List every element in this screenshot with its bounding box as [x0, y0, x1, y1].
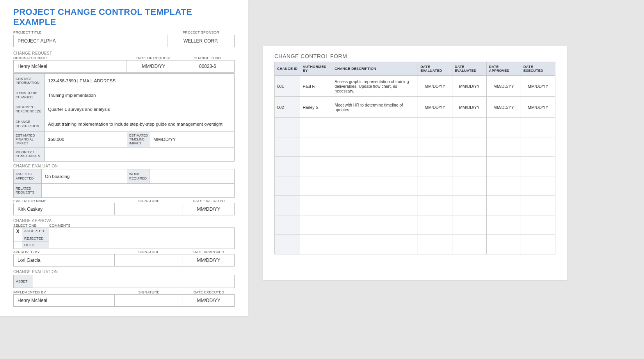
timeline-impact-value: MM/DD/YY [150, 132, 234, 147]
col-authorized-by: AUTHORIZED BY [300, 62, 332, 76]
cell-change-id: 001 [275, 76, 300, 97]
rejected-check[interactable] [14, 235, 22, 242]
cell-change-id [275, 196, 300, 215]
cell-date-evaluated [418, 137, 452, 157]
cell-date-evaluated-2 [452, 118, 487, 137]
label-approved-by: APPROVED BY [13, 250, 115, 254]
approval-options: X ACCEPTED REJECTED HOLD [13, 227, 49, 249]
cell-change-id [275, 137, 300, 157]
label-contact-info: CONTACT INFORMATION [14, 74, 45, 88]
argument-refs-value: Quarter 1 surveys and analysis [45, 102, 234, 116]
cell-date-approved: MM/DD/YY [487, 76, 521, 97]
cell-date-approved: MM/DD/YY [487, 97, 521, 118]
col-change-id: CHANGE ID [275, 62, 300, 76]
label-asset: ASSET [14, 275, 32, 288]
cell-date-evaluated [418, 176, 452, 196]
cell-authorized-by [300, 137, 332, 157]
cell-description [332, 118, 418, 137]
col-date-evaluated: DATE EVALUATED [418, 62, 452, 76]
cell-date-approved [487, 196, 521, 215]
cell-description [332, 176, 418, 196]
label-work-required: WORK REQUIRED [127, 169, 149, 183]
label-date-approved: DATE APPROVED [183, 250, 235, 254]
cell-date-evaluated [418, 235, 452, 254]
label-date-of-request: DATE OF REQUEST [126, 56, 181, 60]
label-related-requests: RELATED REQUESTS [14, 184, 42, 197]
label-signature-3: SIGNATURE [115, 290, 183, 294]
col-date-executed: DATE EXECUTED [521, 62, 555, 76]
cell-date-evaluated: MM/DD/YY [418, 97, 452, 118]
label-implemented-by: IMPLEMENTED BY [13, 290, 115, 294]
label-priority-constraints: PRIORITY / CONSTRAINTS [14, 148, 45, 161]
label-change-id-no: CHANGE ID NO. [181, 56, 235, 60]
cell-change-id: 002 [275, 97, 300, 118]
change-control-table: CHANGE ID AUTHORIZED BY CHANGE DESCRIPTI… [274, 62, 555, 254]
change-id-value: 00023-6 [181, 60, 235, 73]
cell-date-executed [521, 137, 555, 157]
approver-signature-value [115, 254, 183, 267]
cell-authorized-by [300, 176, 332, 196]
label-hold: HOLD [22, 242, 49, 248]
cell-date-evaluated-2 [452, 137, 487, 157]
cell-date-evaluated [418, 215, 452, 235]
hold-check[interactable] [14, 242, 22, 248]
project-sponsor-value: WELLER CORP. [167, 35, 235, 47]
cell-authorized-by [300, 118, 332, 137]
cell-change-id [275, 215, 300, 235]
cell-date-evaluated [418, 118, 452, 137]
cell-date-evaluated: MM/DD/YY [418, 76, 452, 97]
cell-date-evaluated [418, 196, 452, 215]
label-accepted: ACCEPTED [22, 228, 49, 235]
project-title-value: PROJECT ALPHA [13, 35, 167, 47]
section-change-request: CHANGE REQUEST [13, 51, 235, 55]
implemented-by-value: Henry McNeal [13, 294, 115, 307]
label-project-title: PROJECT TITLE [13, 30, 167, 34]
cell-date-evaluated-2: MM/DD/YY [452, 97, 487, 118]
cell-date-approved [487, 137, 521, 157]
cell-change-id [275, 176, 300, 196]
col-change-description: CHANGE DESCRIPTION [332, 62, 418, 76]
implementer-signature-value [115, 294, 183, 307]
change-control-template-page: PROJECT CHANGE CONTROL TEMPLATE EXAMPLE … [0, 0, 248, 316]
table-header-row: CHANGE ID AUTHORIZED BY CHANGE DESCRIPTI… [275, 62, 555, 76]
change-control-form-page: CHANGE CONTROL FORM CHANGE ID AUTHORIZED… [263, 46, 567, 280]
cell-date-evaluated-2: MM/DD/YY [452, 76, 487, 97]
section-change-evaluation: CHANGE EVALUATION [13, 164, 235, 168]
originator-name-value: Henry McNeal [13, 60, 126, 73]
section-change-evaluation-2: CHANGE EVALUATION [13, 270, 235, 274]
cell-description [332, 196, 418, 215]
label-date-executed: DATE EXECUTED [183, 290, 235, 294]
label-rejected: REJECTED [22, 235, 49, 242]
table-row [275, 157, 555, 176]
cell-date-executed [521, 196, 555, 215]
label-signature-1: SIGNATURE [115, 199, 183, 203]
col-date-evaluated-2: DATE EVALUATED [452, 62, 487, 76]
cell-date-approved [487, 235, 521, 254]
cell-date-approved [487, 118, 521, 137]
table-row: 001Paul F.Assess graphic representation … [275, 76, 555, 97]
table-row [275, 176, 555, 196]
evaluator-signature-value [115, 203, 183, 215]
form-title: CHANGE CONTROL FORM [274, 53, 555, 59]
cell-date-executed [521, 176, 555, 196]
cell-authorized-by [300, 196, 332, 215]
comments-value [49, 227, 235, 249]
label-aspects-affected: ASPECTS AFFECTED [14, 169, 42, 183]
cell-date-approved [487, 176, 521, 196]
table-row: 002Harley S.Meet with HR to determine ti… [275, 97, 555, 118]
label-comments: COMMENTS [49, 224, 235, 227]
cell-date-evaluated-2 [452, 157, 487, 176]
section-change-approval: CHANGE APPROVAL [13, 219, 235, 223]
contact-info-value: 123-456-7890 | EMAIL ADDRESS [45, 74, 234, 88]
cell-change-id [275, 118, 300, 137]
label-date-evaluated: DATE EVALUATED [183, 199, 235, 203]
cell-date-evaluated-2 [452, 235, 487, 254]
evaluation-box: ASPECTS AFFECTED On boarding WORK REQUIR… [13, 169, 235, 198]
cell-date-executed [521, 235, 555, 254]
asset-value [32, 275, 234, 288]
label-timeline-impact: ESTIMATED TIMELINE IMPACT [127, 132, 150, 147]
label-evaluator-name: EVALUATOR NAME [13, 199, 115, 203]
cell-description [332, 137, 418, 157]
work-required-value [149, 169, 234, 183]
accepted-check[interactable]: X [14, 228, 22, 235]
